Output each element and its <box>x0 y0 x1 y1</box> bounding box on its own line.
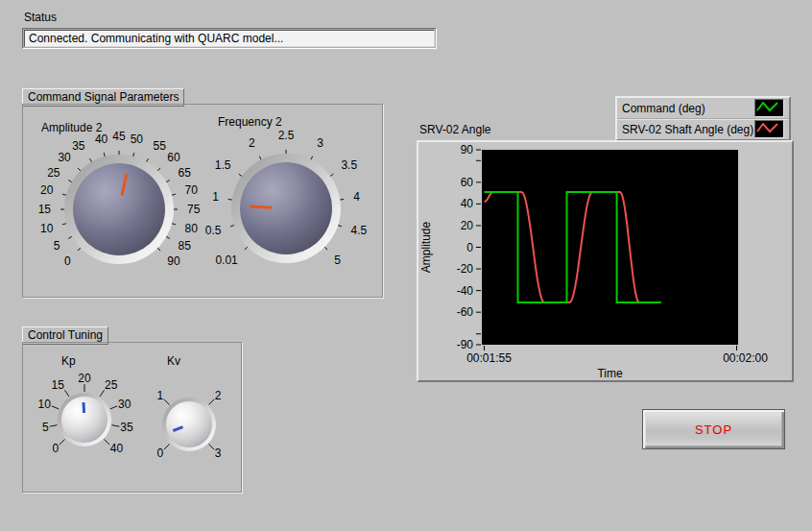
knob-tick-label: 2.5 <box>278 129 295 142</box>
y-axis-tick-label: -90 <box>457 338 474 351</box>
x-axis-title: Time <box>597 367 623 380</box>
srv02-angle-chart: 906040200-20-40-60-9000:01:5500:02:00Tim… <box>418 142 792 380</box>
knob-tick-label: 3 <box>215 447 222 460</box>
labview-front-panel: Status Connected. Communicating with QUA… <box>0 0 812 531</box>
chart-title: SRV-02 Angle <box>419 123 491 136</box>
legend-label-shaft-angle: SRV-02 Shaft Angle (deg) <box>622 123 753 136</box>
y-axis-tick-label: -20 <box>457 262 474 276</box>
knob-tick-label: 10 <box>40 222 54 235</box>
y-axis-tick-label: 40 <box>461 197 474 210</box>
knob-tick-label: 40 <box>95 133 108 146</box>
knob-tick-label: 10 <box>38 398 52 411</box>
knob-tick-label: 20 <box>78 372 91 385</box>
knob-tick-label: 25 <box>105 378 118 392</box>
knob-tick-label: 30 <box>58 151 71 164</box>
knob-tick-label: 55 <box>154 139 167 153</box>
x-axis-tick-label: 00:02:00 <box>723 351 768 365</box>
knob-tick-label: 5 <box>42 421 49 434</box>
knob-tick-label: 4 <box>353 190 360 204</box>
knob-tick-label: 20 <box>40 183 54 197</box>
knob-tick-label: 25 <box>47 166 60 180</box>
knob-sphere <box>240 162 332 254</box>
knob-sphere <box>73 163 165 255</box>
knob-tick-label: 60 <box>167 151 180 164</box>
legend-swatch-command[interactable] <box>754 99 784 117</box>
knob-tick-label: 2 <box>249 136 255 150</box>
knob-tick-label: 40 <box>110 442 124 455</box>
x-axis-tick-label: 00:01:55 <box>466 351 512 365</box>
legend-swatch-shaft-angle[interactable] <box>754 120 784 138</box>
knob-tick-label: 50 <box>131 133 144 146</box>
knob-tick-label: 90 <box>167 254 180 268</box>
knob-tick-label: 5 <box>334 253 341 267</box>
status-text: Connected. Communicating with QUARC mode… <box>29 32 283 45</box>
knob-tick-label: 0 <box>52 442 59 455</box>
y-axis-tick-label: 60 <box>461 176 474 189</box>
knob-needle <box>84 402 84 413</box>
knob-tick-label: 45 <box>112 130 126 143</box>
y-axis-tick-label: -40 <box>457 284 474 298</box>
shaft-angle-line-sample-icon <box>755 121 781 135</box>
knob-tick-label: 1 <box>212 190 219 204</box>
knob-tick-label: 35 <box>72 139 85 153</box>
knob-sphere <box>166 401 212 447</box>
frequency2-knob[interactable]: 0.010.511.522.533.544.55 <box>190 126 382 299</box>
knob-tick-label: 15 <box>38 203 52 216</box>
knob-tick-label: 3.5 <box>341 158 357 172</box>
kv-label: Kv <box>167 354 180 368</box>
legend-item-shaft-angle[interactable]: SRV-02 Shaft Angle (deg) <box>617 119 789 139</box>
knob-tick-label: 30 <box>118 398 131 411</box>
stop-button[interactable]: STOP <box>642 409 785 449</box>
y-axis-tick-label: 90 <box>461 143 474 157</box>
status-label: Status <box>24 11 57 24</box>
stop-button-label: STOP <box>695 422 732 437</box>
y-axis-title: Amplitude <box>419 222 433 274</box>
knob-tick-label: 0.5 <box>205 224 222 237</box>
command-line-sample-icon <box>755 100 781 114</box>
status-field-inner: Connected. Communicating with QUARC mode… <box>24 30 435 47</box>
knob-tick-label: 0 <box>64 254 71 268</box>
knob-needle <box>250 206 272 207</box>
knob-tick-label: 3 <box>317 136 323 150</box>
knob-tick-label: 0.01 <box>215 253 238 267</box>
knob-tick-label: 1.5 <box>215 158 231 172</box>
plot-area <box>482 150 738 345</box>
knob-tick-label: 15 <box>52 378 65 392</box>
legend-label-command: Command (deg) <box>622 102 705 115</box>
kp-label: Kp <box>61 354 76 368</box>
amplitude2-knob[interactable]: 051015202530354045505560657075808590 <box>23 127 215 300</box>
chart-legend: Command (deg) SRV-02 Shaft Angle (deg) <box>615 96 791 141</box>
y-axis-tick-label: -60 <box>457 305 474 319</box>
knob-tick-label: 5 <box>54 239 60 253</box>
knob-tick-label: 4.5 <box>351 224 368 237</box>
knob-tick-label: 0 <box>156 447 163 460</box>
kp-knob[interactable]: 0510152025303540 <box>27 371 142 484</box>
knob-tick-label: 1 <box>156 389 163 402</box>
knob-tick-label: 2 <box>215 389 222 402</box>
y-axis-tick-label: 0 <box>466 241 473 254</box>
kv-knob[interactable]: 0123 <box>131 375 247 489</box>
legend-item-command[interactable]: Command (deg) <box>617 98 789 119</box>
y-axis-tick-label: 20 <box>461 219 474 232</box>
status-field: Connected. Communicating with QUARC mode… <box>22 28 437 49</box>
